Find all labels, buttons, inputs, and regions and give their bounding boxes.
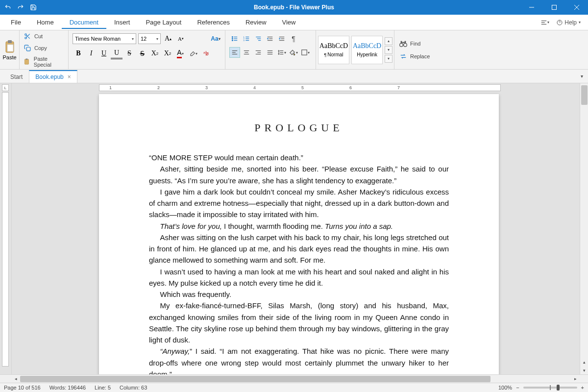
status-page[interactable]: Page 10 of 516 — [4, 385, 41, 391]
menu-insert[interactable]: Insert — [106, 16, 138, 29]
paste-special-button[interactable]: Paste Special — [22, 55, 66, 69]
style-hyperlink[interactable]: AaBbCcD Hyperlink — [351, 36, 383, 64]
ruler-corner[interactable]: L — [2, 84, 9, 91]
redo-icon[interactable] — [17, 3, 24, 11]
menubar: File Home Document Insert Page Layout Re… — [0, 15, 588, 30]
subscript-button[interactable]: X2 — [162, 48, 173, 59]
align-right-icon[interactable] — [253, 47, 264, 58]
vertical-scrollbar[interactable]: ▴ ▾ — [580, 83, 588, 374]
document-canvas[interactable]: 1 2 3 4 5 6 7 PROLOGUE “ONE MORE STEP wo… — [12, 83, 580, 374]
shading-icon[interactable]: ▾ — [288, 47, 299, 58]
horizontal-ruler[interactable]: 1 2 3 4 5 6 7 — [12, 83, 580, 92]
status-words[interactable]: Words: 196446 — [49, 385, 86, 391]
align-justify-icon[interactable] — [265, 47, 275, 58]
paragraph: “ONE MORE STEP would mean certain death.… — [149, 152, 449, 163]
italic-button[interactable]: I — [85, 48, 97, 59]
shrink-font-icon[interactable]: A▾ — [175, 33, 186, 44]
superscript-button[interactable]: X2 — [149, 48, 161, 59]
change-case-button[interactable]: Aa▾ — [210, 33, 221, 44]
tab-start[interactable]: Start — [4, 71, 29, 83]
grow-font-icon[interactable]: A▴ — [163, 33, 173, 44]
copy-label: Copy — [34, 45, 47, 51]
replace-button[interactable]: Replace — [397, 51, 435, 61]
styles-scroll-up[interactable]: ▴ — [385, 37, 392, 45]
bullet-list-icon[interactable] — [229, 33, 240, 44]
maximize-button[interactable] — [543, 0, 565, 15]
font-name-select[interactable]: Times New Roman▾ — [73, 33, 136, 44]
font-color-button[interactable]: A▾ — [174, 48, 186, 59]
double-strike-button[interactable]: S̶ — [136, 48, 148, 59]
chevron-down-icon: ▾ — [132, 37, 134, 41]
align-center-icon[interactable] — [241, 47, 252, 58]
ribbon-options-icon[interactable]: ▾ — [539, 17, 550, 28]
style-normal-label: Normal — [327, 52, 343, 57]
highlight-button[interactable]: ▾ — [187, 48, 199, 59]
close-tab-icon[interactable]: × — [68, 74, 71, 80]
close-button[interactable] — [565, 0, 588, 15]
scrollbar-thumb[interactable] — [20, 376, 490, 382]
svg-text:3: 3 — [244, 39, 245, 42]
zoom-value[interactable]: 100% — [498, 385, 512, 391]
zoom-slider[interactable] — [523, 387, 577, 389]
paste-button[interactable]: Paste — [0, 38, 18, 62]
svg-point-59 — [404, 43, 407, 47]
menu-file[interactable]: File — [3, 16, 29, 29]
page[interactable]: PROLOGUE “ONE MORE STEP would mean certa… — [99, 94, 499, 374]
menu-document[interactable]: Document — [62, 16, 106, 29]
save-icon[interactable] — [29, 3, 37, 11]
zoom-out-icon[interactable]: − — [516, 385, 519, 391]
style-normal[interactable]: AaBbCcD ¶Normal — [318, 36, 349, 64]
bold-button[interactable]: B — [73, 48, 84, 59]
scroll-up-icon[interactable]: ▴ — [580, 358, 588, 366]
clear-format-button[interactable]: ᵃb̷ — [200, 48, 212, 59]
borders-icon[interactable]: ▾ — [300, 47, 311, 58]
menu-home[interactable]: Home — [29, 16, 62, 29]
scrollbar-thumb[interactable] — [581, 85, 588, 105]
horizontal-scrollbar[interactable]: ◂ ▸ — [0, 374, 588, 383]
tabbar-expand-icon[interactable]: ▾ — [579, 73, 585, 80]
menu-review[interactable]: Review — [238, 16, 274, 29]
underline-button[interactable]: U — [98, 48, 110, 59]
zoom-slider-thumb[interactable] — [557, 385, 560, 391]
ribbon: Paste Cut Copy Paste Special Times New R… — [0, 30, 588, 70]
menu-page-layout[interactable]: Page Layout — [138, 16, 189, 29]
strikethrough-button[interactable]: S — [123, 48, 135, 59]
style-hyperlink-preview: AaBbCcD — [353, 42, 381, 50]
align-left-icon[interactable] — [229, 47, 240, 58]
tab-book[interactable]: Book.epub× — [29, 70, 77, 83]
paste-special-icon — [24, 58, 31, 66]
styles-expand[interactable]: ▾ — [385, 55, 392, 63]
menu-view[interactable]: View — [274, 16, 304, 29]
cut-button[interactable]: Cut — [22, 31, 66, 41]
double-underline-button[interactable]: U — [111, 48, 122, 59]
increase-indent-icon[interactable] — [276, 33, 287, 44]
styles-scroll-down[interactable]: ▾ — [385, 46, 392, 54]
document-body[interactable]: “ONE MORE STEP would mean certain death.… — [149, 152, 449, 374]
copy-button[interactable]: Copy — [22, 43, 66, 53]
zoom-in-icon[interactable]: + — [581, 385, 584, 391]
multilevel-list-icon[interactable] — [253, 33, 264, 44]
number-list-icon[interactable]: 123 — [241, 33, 252, 44]
paragraph: I wasn’t used to having a man look at me… — [149, 266, 449, 289]
minimize-button[interactable] — [520, 0, 543, 15]
menu-references[interactable]: References — [189, 16, 237, 29]
status-column: Column: 63 — [120, 385, 147, 391]
scroll-down-icon[interactable]: ▾ — [580, 366, 588, 374]
find-button[interactable]: Find — [397, 39, 435, 49]
decrease-indent-icon[interactable] — [265, 33, 275, 44]
undo-icon[interactable] — [4, 3, 12, 11]
scroll-right-icon[interactable]: ▸ — [571, 375, 580, 383]
binoculars-icon — [399, 40, 407, 48]
font-size-select[interactable]: 12▾ — [138, 33, 161, 44]
help-button[interactable]: Help▾ — [552, 17, 585, 28]
paragraph: I gave him a dark look but couldn’t conc… — [149, 186, 449, 220]
pilcrow-icon[interactable]: ¶ — [288, 33, 299, 44]
scroll-left-icon[interactable]: ◂ — [12, 375, 20, 383]
paragraph: Asher, sitting beside me, snorted into h… — [149, 163, 449, 186]
svg-rect-60 — [401, 41, 402, 43]
paragraph: “Anyway,” I said. “I am not exaggerating… — [149, 345, 449, 374]
paragraph: Asher was sitting on the lush carpet wit… — [149, 232, 449, 266]
font-size-value: 12 — [141, 36, 147, 42]
svg-rect-57 — [302, 50, 307, 55]
line-spacing-icon[interactable]: ▾ — [276, 47, 287, 58]
